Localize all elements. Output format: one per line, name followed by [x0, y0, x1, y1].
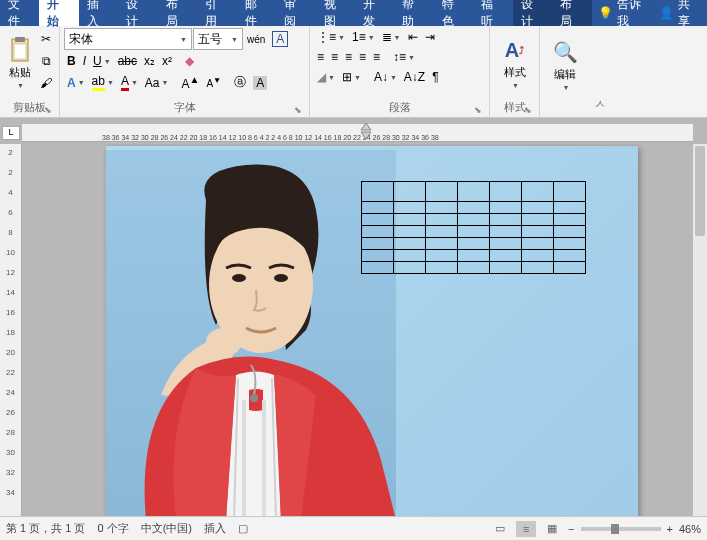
- table-cell[interactable]: [522, 182, 554, 202]
- share-button[interactable]: 👤 共享: [659, 0, 701, 30]
- table-cell[interactable]: [554, 262, 586, 274]
- table-cell[interactable]: [394, 202, 426, 214]
- tab-home[interactable]: 开始: [39, 0, 78, 26]
- justify-button[interactable]: ≡: [356, 48, 369, 66]
- font-family-combo[interactable]: 宋体 ▼: [64, 28, 192, 50]
- table-cell[interactable]: [554, 182, 586, 202]
- table-cell[interactable]: [522, 250, 554, 262]
- align-right-button[interactable]: ≡: [342, 48, 355, 66]
- table-cell[interactable]: [554, 226, 586, 238]
- borders-button[interactable]: ⊞▼: [339, 68, 364, 86]
- word-count[interactable]: 0 个字: [97, 521, 128, 536]
- table-cell[interactable]: [362, 182, 394, 202]
- shrink-font-button[interactable]: A▼: [203, 73, 224, 91]
- numbering-button[interactable]: 1≡▼: [349, 28, 378, 46]
- horizontal-ruler[interactable]: 38 36 34 32 30 28 26 24 22 20 18 16 14 1…: [22, 124, 693, 142]
- table-cell[interactable]: [554, 250, 586, 262]
- table-cell[interactable]: [490, 262, 522, 274]
- document-page[interactable]: [106, 146, 638, 516]
- table-cell[interactable]: [362, 226, 394, 238]
- zoom-in-button[interactable]: +: [667, 523, 673, 535]
- text-direction-button[interactable]: A↓▼: [371, 68, 400, 86]
- tab-references[interactable]: 引用: [197, 0, 236, 26]
- tab-mailings[interactable]: 邮件: [237, 0, 276, 26]
- table-cell[interactable]: [362, 202, 394, 214]
- tab-selector[interactable]: L: [2, 126, 20, 140]
- table-cell[interactable]: [394, 250, 426, 262]
- multilevel-list-button[interactable]: ≣▼: [379, 28, 404, 46]
- decrease-indent-button[interactable]: ⇤: [405, 28, 421, 46]
- paragraph-dialog-launcher[interactable]: ⬊: [473, 105, 483, 115]
- character-border-button[interactable]: A: [269, 29, 291, 49]
- character-shading-button[interactable]: A: [250, 74, 270, 92]
- collapse-ribbon-button[interactable]: ㅅ: [590, 26, 610, 117]
- table-cell[interactable]: [426, 250, 458, 262]
- table-cell[interactable]: [490, 250, 522, 262]
- macro-recorder[interactable]: ▢: [238, 522, 248, 535]
- page-indicator[interactable]: 第 1 页，共 1 页: [6, 521, 85, 536]
- copy-button[interactable]: ⧉: [37, 52, 55, 70]
- table-cell[interactable]: [490, 214, 522, 226]
- table-cell[interactable]: [458, 226, 490, 238]
- table-cell[interactable]: [362, 262, 394, 274]
- table-cell[interactable]: [458, 182, 490, 202]
- bold-button[interactable]: B: [64, 52, 79, 70]
- table-cell[interactable]: [426, 226, 458, 238]
- table-cell[interactable]: [394, 182, 426, 202]
- table-cell[interactable]: [522, 238, 554, 250]
- change-case-button[interactable]: Aa▼: [142, 74, 172, 92]
- table-cell[interactable]: [394, 262, 426, 274]
- clear-formatting-button[interactable]: ◆: [182, 52, 197, 70]
- scrollbar-thumb[interactable]: [695, 146, 705, 236]
- clipboard-dialog-launcher[interactable]: ⬊: [43, 105, 53, 115]
- view-print-button[interactable]: ≡: [516, 521, 536, 537]
- table-cell[interactable]: [362, 214, 394, 226]
- vertical-ruler[interactable]: 2246810121416182022242628303234: [0, 144, 22, 516]
- increase-indent-button[interactable]: ⇥: [422, 28, 438, 46]
- tab-developer[interactable]: 开发: [355, 0, 394, 26]
- shading-button[interactable]: ◢▼: [314, 68, 338, 86]
- table-row[interactable]: [362, 182, 586, 202]
- table-cell[interactable]: [458, 262, 490, 274]
- table-row[interactable]: [362, 226, 586, 238]
- table-cell[interactable]: [490, 202, 522, 214]
- zoom-slider[interactable]: [581, 527, 661, 531]
- bullets-button[interactable]: ⋮≡▼: [314, 28, 348, 46]
- tab-file[interactable]: 文件: [0, 0, 39, 26]
- table-cell[interactable]: [522, 202, 554, 214]
- tab-special[interactable]: 特色: [434, 0, 473, 26]
- distributed-button[interactable]: ≡: [370, 48, 383, 66]
- table-cell[interactable]: [426, 182, 458, 202]
- styles-button[interactable]: A⤴ 样式 ▼: [494, 28, 535, 98]
- table-cell[interactable]: [554, 202, 586, 214]
- table-cell[interactable]: [458, 202, 490, 214]
- document-table[interactable]: [361, 181, 586, 274]
- table-row[interactable]: [362, 262, 586, 274]
- table-cell[interactable]: [458, 214, 490, 226]
- grow-font-button[interactable]: A▲: [178, 72, 202, 93]
- document-scroll-area[interactable]: [22, 144, 693, 516]
- show-marks-button[interactable]: ¶: [429, 68, 441, 86]
- tab-insert[interactable]: 插入: [79, 0, 118, 26]
- table-cell[interactable]: [458, 238, 490, 250]
- font-size-combo[interactable]: 五号 ▼: [193, 28, 243, 50]
- font-dialog-launcher[interactable]: ⬊: [293, 105, 303, 115]
- table-cell[interactable]: [490, 238, 522, 250]
- table-cell[interactable]: [394, 226, 426, 238]
- align-center-button[interactable]: ≡: [328, 48, 341, 66]
- cut-button[interactable]: ✂: [37, 30, 55, 48]
- tab-view[interactable]: 视图: [316, 0, 355, 26]
- format-painter-button[interactable]: 🖌: [37, 74, 55, 92]
- table-cell[interactable]: [394, 238, 426, 250]
- view-focus-button[interactable]: ▭: [490, 521, 510, 537]
- view-web-button[interactable]: ▦: [542, 521, 562, 537]
- superscript-button[interactable]: x²: [159, 52, 175, 70]
- tab-review[interactable]: 审阅: [276, 0, 315, 26]
- table-cell[interactable]: [394, 214, 426, 226]
- zoom-out-button[interactable]: −: [568, 523, 574, 535]
- table-cell[interactable]: [490, 226, 522, 238]
- editing-button[interactable]: 🔍 编辑 ▼: [544, 28, 586, 101]
- table-cell[interactable]: [522, 226, 554, 238]
- zoom-slider-thumb[interactable]: [611, 524, 619, 534]
- table-cell[interactable]: [458, 250, 490, 262]
